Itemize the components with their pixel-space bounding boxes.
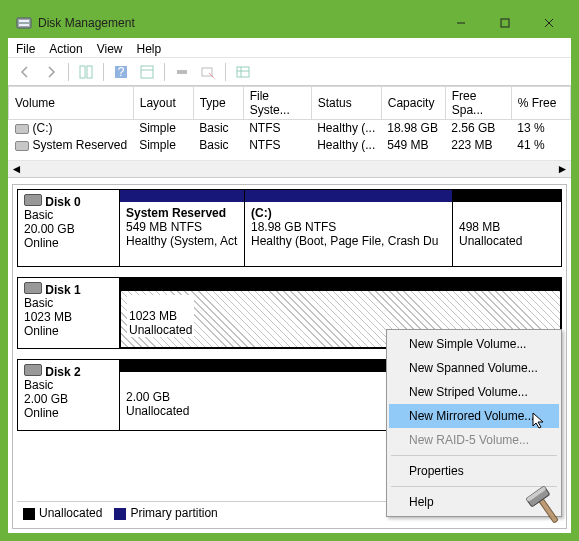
menu-item-new-striped[interactable]: New Striped Volume... bbox=[389, 380, 559, 404]
col-type[interactable]: Type bbox=[193, 87, 243, 120]
settings-button[interactable] bbox=[136, 61, 158, 83]
legend-swatch-unallocated bbox=[23, 508, 35, 520]
menubar: File Action View Help bbox=[8, 38, 571, 58]
context-menu: New Simple Volume... New Spanned Volume.… bbox=[386, 329, 562, 517]
partition-unallocated[interactable]: 498 MBUnallocated bbox=[452, 190, 561, 266]
menu-action[interactable]: Action bbox=[49, 40, 82, 57]
menu-view[interactable]: View bbox=[97, 40, 123, 57]
menu-item-properties[interactable]: Properties bbox=[389, 459, 559, 483]
disk-header[interactable]: Disk 2 Basic 2.00 GB Online bbox=[18, 360, 120, 430]
svg-rect-7 bbox=[80, 66, 85, 78]
close-button[interactable] bbox=[527, 9, 571, 37]
maximize-button[interactable] bbox=[483, 9, 527, 37]
volume-icon bbox=[15, 124, 29, 134]
table-row[interactable]: (C:) Simple Basic NTFS Healthy (... 18.9… bbox=[9, 120, 571, 137]
col-pct[interactable]: % Free bbox=[511, 87, 570, 120]
list-button[interactable] bbox=[232, 61, 254, 83]
svg-rect-2 bbox=[19, 24, 29, 26]
partition[interactable]: System Reserved549 MB NTFSHealthy (Syste… bbox=[120, 190, 244, 266]
volume-list-pane: Volume Layout Type File Syste... Status … bbox=[8, 86, 571, 178]
col-capacity[interactable]: Capacity bbox=[381, 87, 445, 120]
titlebar[interactable]: Disk Management bbox=[8, 8, 571, 38]
back-button[interactable] bbox=[14, 61, 36, 83]
scroll-right-icon[interactable]: ► bbox=[554, 160, 571, 177]
svg-rect-13 bbox=[177, 70, 187, 74]
svg-rect-0 bbox=[17, 18, 31, 28]
menu-item-new-simple[interactable]: New Simple Volume... bbox=[389, 332, 559, 356]
disk-row: Disk 0 Basic 20.00 GB Online System Rese… bbox=[17, 189, 562, 267]
partition-stripe bbox=[453, 190, 561, 202]
partition-stripe bbox=[245, 190, 452, 202]
col-free[interactable]: Free Spa... bbox=[445, 87, 511, 120]
window-title: Disk Management bbox=[38, 16, 439, 30]
scroll-left-icon[interactable]: ◄ bbox=[8, 160, 25, 177]
volume-icon bbox=[15, 141, 29, 151]
col-status[interactable]: Status bbox=[311, 87, 381, 120]
svg-rect-11 bbox=[141, 66, 153, 78]
properties-button[interactable] bbox=[197, 61, 219, 83]
partition[interactable]: (C:)18.98 GB NTFSHealthy (Boot, Page Fil… bbox=[244, 190, 452, 266]
partition-stripe bbox=[121, 279, 560, 291]
svg-rect-1 bbox=[19, 20, 29, 22]
minimize-button[interactable] bbox=[439, 9, 483, 37]
menu-item-new-mirrored[interactable]: New Mirrored Volume... bbox=[389, 404, 559, 428]
volume-table[interactable]: Volume Layout Type File Syste... Status … bbox=[8, 86, 571, 160]
menu-file[interactable]: File bbox=[16, 40, 35, 57]
horizontal-scrollbar[interactable]: ◄ ► bbox=[8, 160, 571, 177]
menu-item-new-raid5: New RAID-5 Volume... bbox=[389, 428, 559, 452]
col-layout[interactable]: Layout bbox=[133, 87, 193, 120]
drive-icon bbox=[24, 194, 42, 206]
toolbar-separator bbox=[225, 63, 226, 81]
svg-text:?: ? bbox=[118, 65, 125, 79]
menu-item-new-spanned[interactable]: New Spanned Volume... bbox=[389, 356, 559, 380]
help-button[interactable]: ? bbox=[110, 61, 132, 83]
toolbar-separator bbox=[103, 63, 104, 81]
toolbar-separator bbox=[68, 63, 69, 81]
action-button[interactable] bbox=[171, 61, 193, 83]
menu-help[interactable]: Help bbox=[137, 40, 162, 57]
toolbar: ? bbox=[8, 58, 571, 86]
drive-icon bbox=[24, 364, 42, 376]
menu-separator bbox=[391, 455, 557, 456]
col-volume[interactable]: Volume bbox=[9, 87, 134, 120]
forward-button[interactable] bbox=[40, 61, 62, 83]
col-fs[interactable]: File Syste... bbox=[243, 87, 311, 120]
drive-icon bbox=[24, 282, 42, 294]
table-row[interactable]: System Reserved Simple Basic NTFS Health… bbox=[9, 137, 571, 154]
svg-rect-15 bbox=[237, 67, 249, 77]
toolbar-separator bbox=[164, 63, 165, 81]
svg-rect-8 bbox=[87, 66, 92, 78]
legend-swatch-primary bbox=[114, 508, 126, 520]
partition-stripe bbox=[120, 190, 244, 202]
menu-item-help[interactable]: Help bbox=[389, 490, 559, 514]
disk-mgmt-icon bbox=[16, 15, 32, 31]
disk-header[interactable]: Disk 0 Basic 20.00 GB Online bbox=[18, 190, 120, 266]
menu-separator bbox=[391, 486, 557, 487]
disk-header[interactable]: Disk 1 Basic 1023 MB Online bbox=[18, 278, 120, 348]
show-hide-button[interactable] bbox=[75, 61, 97, 83]
svg-rect-4 bbox=[501, 19, 509, 27]
